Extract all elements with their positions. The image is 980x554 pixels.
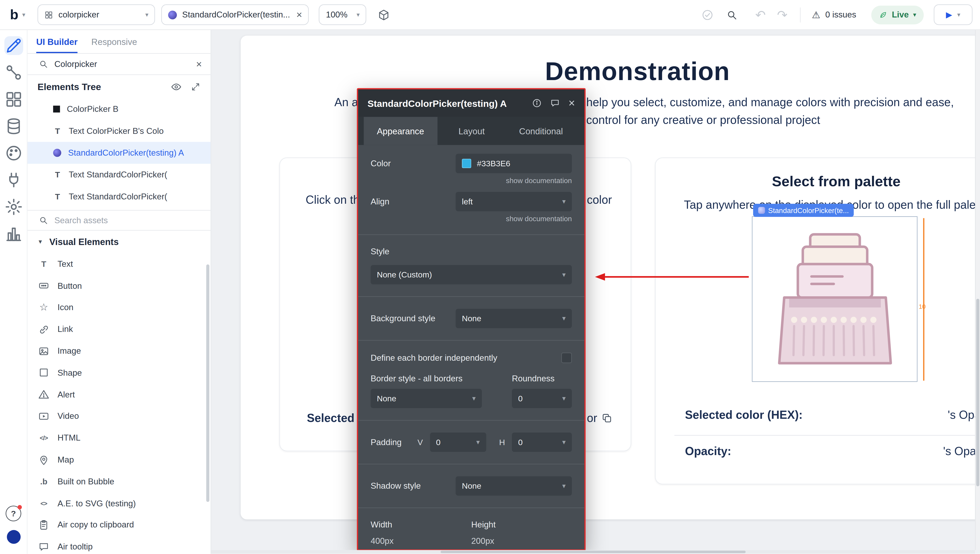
plugins-icon[interactable] — [4, 170, 23, 189]
background-style-value: None — [462, 314, 481, 323]
element-item-icon[interactable]: ☆ Icon — [27, 297, 210, 318]
element-item-shape[interactable]: Shape — [27, 362, 210, 384]
element-item-text[interactable]: T Text — [27, 253, 210, 275]
check-circle-icon[interactable] — [702, 8, 714, 21]
border-independent-checkbox[interactable] — [561, 353, 572, 363]
element-item-alert[interactable]: Alert — [27, 384, 210, 405]
components-grid-icon[interactable] — [4, 90, 23, 109]
tab-layout[interactable]: Layout — [445, 117, 498, 145]
colorpicker-element[interactable] — [752, 216, 917, 382]
panel-scrollbar[interactable] — [206, 264, 209, 502]
tree-item-text-standard-1[interactable]: T Text StandardColorPicker( — [27, 164, 210, 186]
align-dropdown[interactable]: left ▾ — [455, 192, 572, 211]
style-dropdown[interactable]: None (Custom) ▾ — [371, 265, 572, 284]
instruction-fragment: color — [587, 193, 612, 207]
padding-v-dropdown[interactable]: 0 ▾ — [430, 433, 486, 452]
close-tab-icon[interactable]: × — [296, 10, 302, 20]
element-item-air-tooltip[interactable]: Air tooltip — [27, 536, 210, 554]
info-icon[interactable] — [532, 98, 542, 108]
tree-item-text-standard-2[interactable]: T Text StandardColorPicker( — [27, 186, 210, 207]
horizontal-scrollbar[interactable] — [211, 550, 975, 554]
opacity-label: Opacity: — [685, 444, 731, 458]
copy-icon[interactable] — [601, 412, 613, 424]
background-style-label: Background style — [371, 314, 435, 323]
tree-item-label: StandardColorPicker(testing) A — [68, 148, 184, 158]
element-item-map[interactable]: Map — [27, 449, 210, 471]
app-selector[interactable]: colorpicker ▾ — [38, 4, 155, 25]
element-item-built-on-bubble[interactable]: .b Built on Bubble — [27, 471, 210, 492]
color-input[interactable]: #33B3E6 — [455, 154, 572, 173]
zoom-selector[interactable]: 100% ▾ — [319, 4, 366, 25]
settings-gear-icon[interactable] — [4, 197, 23, 217]
open-element-tab[interactable]: StandardColorPicker(testin... × — [162, 4, 309, 25]
bubble-logo-menu[interactable]: b ▾ — [10, 8, 25, 22]
left-panel: UI Builder Responsive Colorpicker × Elem… — [27, 30, 211, 554]
badge-label: StandardColorPicker(te... — [768, 207, 849, 214]
tree-item-colorpicker-b[interactable]: ColorPicker B — [27, 98, 210, 120]
tree-item-text-colorpicker[interactable]: T Text ColorPicker B's Colo — [27, 120, 210, 142]
element-item-html[interactable]: </> HTML — [27, 427, 210, 449]
background-style-dropdown[interactable]: None ▾ — [455, 309, 572, 328]
search-icon[interactable] — [727, 9, 738, 21]
scrollbar-thumb[interactable] — [976, 299, 979, 486]
preview-run-button[interactable]: ▶ ▾ — [934, 4, 972, 25]
eye-icon[interactable] — [170, 81, 182, 92]
border-independent-row: Define each border independently — [358, 353, 584, 363]
redo-icon[interactable]: ↷ — [777, 8, 788, 21]
tab-appearance[interactable]: Appearance — [364, 117, 437, 145]
element-item-image[interactable]: Image — [27, 340, 210, 362]
visual-elements-section[interactable]: ▼ Visual Elements — [27, 231, 210, 253]
clear-search-icon[interactable]: × — [196, 59, 202, 69]
color-value: #33B3E6 — [477, 159, 510, 168]
elements-search[interactable]: Colorpicker × — [27, 54, 210, 75]
border-style-dropdown[interactable]: None ▾ — [371, 389, 482, 408]
element-item-button[interactable]: Button — [27, 275, 210, 297]
undo-icon[interactable]: ↶ — [755, 8, 765, 21]
toolbar-right: ↶ ↷ ⚠ 0 issues Live ▾ ▶ ▾ — [702, 4, 980, 25]
vertical-scrollbar[interactable] — [975, 30, 980, 550]
inspector-header[interactable]: StandardColorPicker(testing) A × — [358, 89, 584, 117]
tooltip-icon — [37, 541, 50, 552]
comment-icon[interactable] — [550, 98, 560, 108]
chevron-down-icon: ▾ — [562, 197, 566, 206]
close-icon[interactable]: × — [568, 97, 575, 109]
scrollbar-thumb[interactable] — [440, 551, 746, 553]
selected-element-badge[interactable]: StandardColorPicker(te... — [753, 204, 854, 217]
environment-selector[interactable]: Live ▾ — [871, 5, 924, 24]
component-library-icon[interactable] — [378, 8, 390, 21]
tab-conditional[interactable]: Conditional — [506, 117, 576, 145]
show-documentation-link[interactable]: show documentation — [358, 211, 584, 223]
shadow-style-dropdown[interactable]: None ▾ — [455, 476, 572, 495]
caret-down-icon: ▼ — [37, 239, 43, 245]
element-item-link[interactable]: Link — [27, 318, 210, 340]
show-documentation-link[interactable]: show documentation — [358, 173, 584, 185]
width-value[interactable]: 400px — [371, 536, 471, 546]
tab-responsive[interactable]: Responsive — [91, 30, 137, 53]
logs-chart-icon[interactable] — [4, 224, 23, 243]
element-item-ae-to-svg[interactable]: <> A.E. to SVG (testing) — [27, 492, 210, 514]
workflow-icon[interactable] — [4, 63, 23, 82]
chevron-down-icon: ▾ — [22, 11, 25, 18]
tree-item-standardcolorpicker[interactable]: StandardColorPicker(testing) A — [27, 142, 210, 164]
leaf-icon — [879, 10, 888, 19]
chevron-down-icon: ▾ — [562, 438, 566, 446]
text-icon: T — [53, 126, 62, 136]
color-swatch[interactable] — [462, 159, 471, 168]
element-item-video[interactable]: Video — [27, 405, 210, 427]
search-input[interactable]: Colorpicker — [54, 59, 190, 69]
styles-palette-icon[interactable] — [4, 144, 23, 162]
database-icon[interactable] — [4, 117, 23, 136]
roundness-dropdown[interactable]: 0 ▾ — [512, 389, 572, 408]
user-avatar[interactable] — [6, 530, 21, 544]
tab-ui-builder[interactable]: UI Builder — [36, 30, 78, 53]
height-value[interactable]: 200px — [471, 536, 572, 546]
element-item-air-copy[interactable]: Air copy to clipboard — [27, 514, 210, 536]
editor-canvas: Demonstration An a help you select, cust… — [211, 30, 980, 554]
issues-indicator[interactable]: ⚠ 0 issues — [812, 10, 856, 19]
design-pencil-icon[interactable] — [4, 36, 23, 55]
assets-search[interactable]: Search assets — [27, 210, 210, 231]
help-button[interactable]: ? — [6, 506, 21, 521]
expand-icon[interactable] — [191, 82, 200, 92]
tab-title: StandardColorPicker(testin... — [182, 10, 291, 19]
padding-h-dropdown[interactable]: 0 ▾ — [512, 433, 572, 452]
